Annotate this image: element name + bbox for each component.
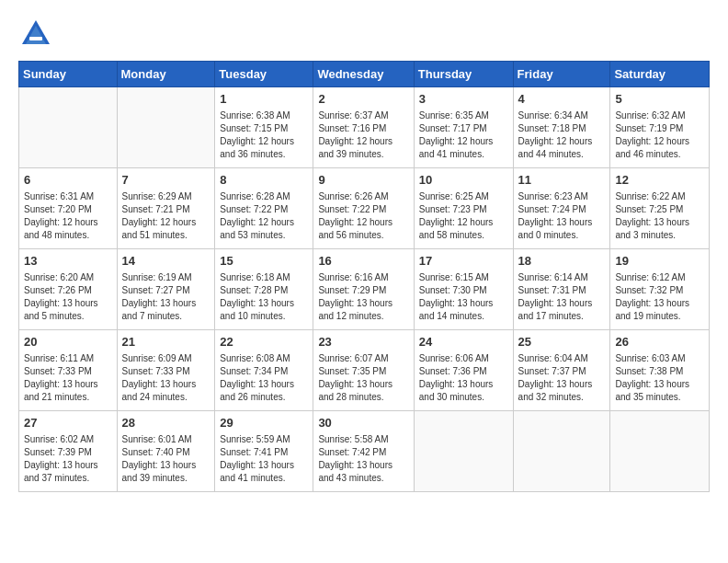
day-cell: 13Sunrise: 6:20 AM Sunset: 7:26 PM Dayli… (19, 249, 118, 330)
header-row: SundayMondayTuesdayWednesdayThursdayFrid… (19, 62, 710, 87)
day-cell: 14Sunrise: 6:19 AM Sunset: 7:27 PM Dayli… (117, 249, 215, 330)
day-info: Sunrise: 6:35 AM Sunset: 7:17 PM Dayligh… (419, 109, 508, 161)
day-number: 13 (24, 253, 112, 270)
day-number: 5 (615, 91, 704, 108)
day-cell: 2Sunrise: 6:37 AM Sunset: 7:16 PM Daylig… (313, 87, 414, 168)
day-cell: 12Sunrise: 6:22 AM Sunset: 7:25 PM Dayli… (610, 168, 710, 249)
day-cell: 18Sunrise: 6:14 AM Sunset: 7:31 PM Dayli… (513, 249, 610, 330)
day-info: Sunrise: 6:26 AM Sunset: 7:22 PM Dayligh… (318, 190, 408, 242)
header-cell-thursday: Thursday (414, 62, 513, 87)
day-number: 10 (419, 172, 508, 189)
day-number: 21 (122, 334, 210, 350)
day-cell: 29Sunrise: 5:59 AM Sunset: 7:41 PM Dayli… (215, 411, 313, 492)
day-cell: 10Sunrise: 6:25 AM Sunset: 7:23 PM Dayli… (414, 168, 513, 249)
calendar-header: SundayMondayTuesdayWednesdayThursdayFrid… (19, 62, 710, 87)
day-info: Sunrise: 6:32 AM Sunset: 7:19 PM Dayligh… (615, 109, 704, 161)
day-cell: 8Sunrise: 6:28 AM Sunset: 7:22 PM Daylig… (215, 168, 313, 249)
day-info: Sunrise: 6:29 AM Sunset: 7:21 PM Dayligh… (122, 190, 210, 242)
day-number: 12 (615, 172, 704, 189)
day-number: 27 (24, 415, 112, 431)
day-cell: 23Sunrise: 6:07 AM Sunset: 7:35 PM Dayli… (313, 330, 414, 411)
day-number: 23 (318, 334, 408, 350)
day-number: 2 (318, 91, 408, 108)
day-cell: 5Sunrise: 6:32 AM Sunset: 7:19 PM Daylig… (610, 87, 710, 168)
day-cell (117, 87, 215, 168)
header-cell-sunday: Sunday (19, 62, 118, 87)
day-cell: 6Sunrise: 6:31 AM Sunset: 7:20 PM Daylig… (19, 168, 118, 249)
week-row-4: 27Sunrise: 6:02 AM Sunset: 7:39 PM Dayli… (19, 411, 710, 492)
day-cell: 3Sunrise: 6:35 AM Sunset: 7:17 PM Daylig… (414, 87, 513, 168)
day-number: 29 (220, 415, 308, 431)
day-info: Sunrise: 6:37 AM Sunset: 7:16 PM Dayligh… (318, 109, 408, 161)
day-number: 22 (220, 334, 308, 350)
day-cell: 21Sunrise: 6:09 AM Sunset: 7:33 PM Dayli… (117, 330, 215, 411)
day-info: Sunrise: 6:16 AM Sunset: 7:29 PM Dayligh… (318, 271, 408, 323)
week-row-3: 20Sunrise: 6:11 AM Sunset: 7:33 PM Dayli… (19, 330, 710, 411)
day-info: Sunrise: 6:03 AM Sunset: 7:38 PM Dayligh… (615, 352, 704, 404)
day-cell: 7Sunrise: 6:29 AM Sunset: 7:21 PM Daylig… (117, 168, 215, 249)
day-cell: 27Sunrise: 6:02 AM Sunset: 7:39 PM Dayli… (19, 411, 118, 492)
day-info: Sunrise: 6:01 AM Sunset: 7:40 PM Dayligh… (122, 433, 210, 485)
week-row-0: 1Sunrise: 6:38 AM Sunset: 7:15 PM Daylig… (19, 87, 710, 168)
day-number: 26 (615, 334, 704, 350)
day-info: Sunrise: 6:22 AM Sunset: 7:25 PM Dayligh… (615, 190, 704, 242)
day-cell: 20Sunrise: 6:11 AM Sunset: 7:33 PM Dayli… (19, 330, 118, 411)
day-number: 3 (419, 91, 508, 108)
day-number: 14 (122, 253, 210, 270)
header-cell-friday: Friday (513, 62, 610, 87)
week-row-1: 6Sunrise: 6:31 AM Sunset: 7:20 PM Daylig… (19, 168, 710, 249)
calendar-table: SundayMondayTuesdayWednesdayThursdayFrid… (18, 61, 710, 492)
day-info: Sunrise: 6:31 AM Sunset: 7:20 PM Dayligh… (24, 190, 112, 242)
day-info: Sunrise: 6:18 AM Sunset: 7:28 PM Dayligh… (220, 271, 308, 323)
day-number: 25 (518, 334, 606, 350)
day-cell: 9Sunrise: 6:26 AM Sunset: 7:22 PM Daylig… (313, 168, 414, 249)
day-info: Sunrise: 6:04 AM Sunset: 7:37 PM Dayligh… (518, 352, 606, 404)
logo (18, 17, 57, 52)
day-info: Sunrise: 6:07 AM Sunset: 7:35 PM Dayligh… (318, 352, 408, 404)
day-number: 18 (518, 253, 606, 270)
day-info: Sunrise: 6:23 AM Sunset: 7:24 PM Dayligh… (518, 190, 606, 242)
day-info: Sunrise: 6:11 AM Sunset: 7:33 PM Dayligh… (24, 352, 112, 404)
day-number: 19 (615, 253, 704, 270)
svg-rect-2 (29, 37, 42, 40)
header (18, 17, 710, 52)
calendar-body: 1Sunrise: 6:38 AM Sunset: 7:15 PM Daylig… (19, 87, 710, 492)
day-number: 30 (318, 415, 408, 431)
day-info: Sunrise: 6:09 AM Sunset: 7:33 PM Dayligh… (122, 352, 210, 404)
page: SundayMondayTuesdayWednesdayThursdayFrid… (0, 0, 728, 563)
day-number: 4 (518, 91, 606, 108)
day-info: Sunrise: 6:06 AM Sunset: 7:36 PM Dayligh… (419, 352, 508, 404)
day-number: 20 (24, 334, 112, 350)
week-row-2: 13Sunrise: 6:20 AM Sunset: 7:26 PM Dayli… (19, 249, 710, 330)
day-info: Sunrise: 5:59 AM Sunset: 7:41 PM Dayligh… (220, 433, 308, 485)
day-info: Sunrise: 6:38 AM Sunset: 7:15 PM Dayligh… (220, 109, 308, 161)
day-number: 8 (220, 172, 308, 189)
day-cell: 25Sunrise: 6:04 AM Sunset: 7:37 PM Dayli… (513, 330, 610, 411)
day-info: Sunrise: 6:02 AM Sunset: 7:39 PM Dayligh… (24, 433, 112, 485)
day-cell: 1Sunrise: 6:38 AM Sunset: 7:15 PM Daylig… (215, 87, 313, 168)
day-info: Sunrise: 6:25 AM Sunset: 7:23 PM Dayligh… (419, 190, 508, 242)
day-number: 28 (122, 415, 210, 431)
day-number: 9 (318, 172, 408, 189)
day-number: 11 (518, 172, 606, 189)
day-cell: 24Sunrise: 6:06 AM Sunset: 7:36 PM Dayli… (414, 330, 513, 411)
day-info: Sunrise: 6:28 AM Sunset: 7:22 PM Dayligh… (220, 190, 308, 242)
day-info: Sunrise: 5:58 AM Sunset: 7:42 PM Dayligh… (318, 433, 408, 485)
day-cell: 28Sunrise: 6:01 AM Sunset: 7:40 PM Dayli… (117, 411, 215, 492)
day-cell (610, 411, 710, 492)
day-cell: 11Sunrise: 6:23 AM Sunset: 7:24 PM Dayli… (513, 168, 610, 249)
day-cell (513, 411, 610, 492)
day-cell: 22Sunrise: 6:08 AM Sunset: 7:34 PM Dayli… (215, 330, 313, 411)
day-info: Sunrise: 6:19 AM Sunset: 7:27 PM Dayligh… (122, 271, 210, 323)
day-cell: 26Sunrise: 6:03 AM Sunset: 7:38 PM Dayli… (610, 330, 710, 411)
day-cell: 4Sunrise: 6:34 AM Sunset: 7:18 PM Daylig… (513, 87, 610, 168)
day-number: 17 (419, 253, 508, 270)
header-cell-wednesday: Wednesday (313, 62, 414, 87)
day-cell (414, 411, 513, 492)
day-cell: 17Sunrise: 6:15 AM Sunset: 7:30 PM Dayli… (414, 249, 513, 330)
day-number: 6 (24, 172, 112, 189)
day-cell: 19Sunrise: 6:12 AM Sunset: 7:32 PM Dayli… (610, 249, 710, 330)
day-info: Sunrise: 6:08 AM Sunset: 7:34 PM Dayligh… (220, 352, 308, 404)
day-cell: 16Sunrise: 6:16 AM Sunset: 7:29 PM Dayli… (313, 249, 414, 330)
day-cell: 15Sunrise: 6:18 AM Sunset: 7:28 PM Dayli… (215, 249, 313, 330)
